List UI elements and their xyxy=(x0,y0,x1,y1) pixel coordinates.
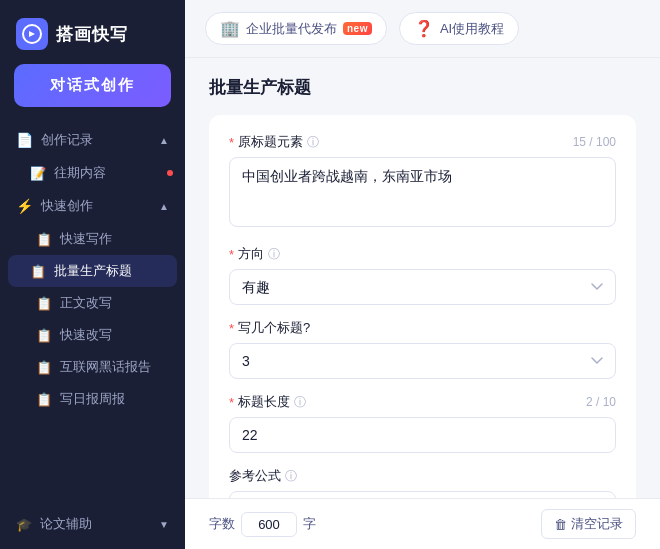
section-records-text: 创作记录 xyxy=(41,131,93,149)
batch-publish-label: 企业批量代发布 xyxy=(246,20,337,38)
source-element-textarea[interactable] xyxy=(229,157,616,227)
formula-text: 参考公式 xyxy=(229,467,281,485)
batch-publish-button[interactable]: 🏢 企业批量代发布 new xyxy=(205,12,387,45)
quick-copy-icon: 📋 xyxy=(36,328,52,343)
form-card: * 原标题元素 ⓘ 15 / 100 * 方向 ⓘ 有趣 专业 情感 xyxy=(209,115,636,498)
records-icon: 📄 xyxy=(16,132,33,148)
required-mark-2: * xyxy=(229,247,234,262)
ai-tutorial-label: AI使用教程 xyxy=(440,20,504,38)
count-label: * 写几个标题? xyxy=(229,319,616,337)
sidebar-item-paper[interactable]: 🎓 论文辅助 ▼ xyxy=(16,507,169,541)
field-title-length: * 标题长度 ⓘ 2 / 10 xyxy=(229,393,616,453)
rewrite-label: 正文改写 xyxy=(60,294,112,312)
sidebar-item-rewrite[interactable]: 📋 正文改写 xyxy=(0,287,185,319)
field-count: * 写几个标题? 3 5 10 xyxy=(229,319,616,379)
batch-title-label: 批量生产标题 xyxy=(54,262,132,280)
required-mark-1: * xyxy=(229,135,234,150)
source-element-char-count: 15 / 100 xyxy=(573,135,616,149)
page-title: 批量生产标题 xyxy=(209,76,636,99)
word-count-label: 字数 xyxy=(209,515,235,533)
daily-report-icon: 📋 xyxy=(36,392,52,407)
title-length-text: 标题长度 xyxy=(238,393,290,411)
field-source-element: * 原标题元素 ⓘ 15 / 100 xyxy=(229,133,616,231)
batch-publish-icon: 🏢 xyxy=(220,19,240,38)
daily-report-label: 写日报周报 xyxy=(60,390,125,408)
batch-title-icon: 📋 xyxy=(30,264,46,279)
field-direction: * 方向 ⓘ 有趣 专业 情感 干货 xyxy=(229,245,616,305)
source-element-help-icon[interactable]: ⓘ xyxy=(307,134,319,151)
direction-help-icon[interactable]: ⓘ xyxy=(268,246,280,263)
sidebar-section-records-header[interactable]: 📄 创作记录 ▲ xyxy=(0,123,185,157)
logo-icon xyxy=(16,18,48,50)
sidebar-section-quick: ⚡ 快速创作 ▲ 📋 快速写作 📋 批量生产标题 📋 正文改写 📋 快速改写 📋… xyxy=(0,189,185,415)
new-badge: new xyxy=(343,22,372,35)
word-count-input[interactable] xyxy=(241,512,297,537)
source-element-text: 原标题元素 xyxy=(238,133,303,151)
count-text: 写几个标题? xyxy=(238,319,310,337)
recent-label: 往期内容 xyxy=(54,164,106,182)
sidebar-bottom: 🎓 论文辅助 ▼ xyxy=(0,499,185,549)
section-records-label: 📄 创作记录 xyxy=(16,131,93,149)
main-create-button[interactable]: 对话式创作 xyxy=(14,64,171,107)
formula-select[interactable]: 细分人群+数字+结果 痛点+解决方案 数字+方法论 xyxy=(229,491,616,498)
required-mark-4: * xyxy=(229,395,234,410)
content-area: 批量生产标题 * 原标题元素 ⓘ 15 / 100 * 方向 ⓘ xyxy=(185,58,660,498)
sidebar-section-records: 📄 创作记录 ▲ 📝 往期内容 xyxy=(0,123,185,189)
sidebar: 搭画快写 对话式创作 📄 创作记录 ▲ 📝 往期内容 ⚡ 快速创作 ▲ 📋 xyxy=(0,0,185,549)
clear-button[interactable]: 🗑 清空记录 xyxy=(541,509,636,539)
sidebar-item-daily-report[interactable]: 📋 写日报周报 xyxy=(0,383,185,415)
source-element-label: * 原标题元素 ⓘ 15 / 100 xyxy=(229,133,616,151)
sidebar-item-quick-copy[interactable]: 📋 快速改写 xyxy=(0,319,185,351)
title-length-label: * 标题长度 ⓘ 2 / 10 xyxy=(229,393,616,411)
sidebar-logo: 搭画快写 xyxy=(0,0,185,64)
count-select[interactable]: 3 5 10 xyxy=(229,343,616,379)
title-length-input[interactable] xyxy=(229,417,616,453)
title-length-char-count: 2 / 10 xyxy=(586,395,616,409)
chevron-up-icon: ▲ xyxy=(159,135,169,146)
ai-tutorial-icon: ❓ xyxy=(414,19,434,38)
sidebar-item-recent[interactable]: 📝 往期内容 xyxy=(0,157,185,189)
notification-dot xyxy=(167,170,173,176)
sidebar-item-batch-title[interactable]: 📋 批量生产标题 xyxy=(8,255,177,287)
required-mark-3: * xyxy=(229,321,234,336)
word-count-area: 字数 字 xyxy=(209,512,316,537)
quick-write-label: 快速写作 xyxy=(60,230,112,248)
internet-report-icon: 📋 xyxy=(36,360,52,375)
word-count-unit: 字 xyxy=(303,515,316,533)
chevron-up-icon-2: ▲ xyxy=(159,201,169,212)
formula-help-icon[interactable]: ⓘ xyxy=(285,468,297,485)
direction-text: 方向 xyxy=(238,245,264,263)
quick-write-icon: 📋 xyxy=(36,232,52,247)
title-length-help-icon[interactable]: ⓘ xyxy=(294,394,306,411)
clear-btn-label: 清空记录 xyxy=(571,515,623,533)
section-quick-label: ⚡ 快速创作 xyxy=(16,197,93,215)
paper-icon: 🎓 xyxy=(16,517,32,532)
sidebar-item-quick-write[interactable]: 📋 快速写作 xyxy=(0,223,185,255)
main-content: 🏢 企业批量代发布 new ❓ AI使用教程 批量生产标题 * 原标题元素 ⓘ … xyxy=(185,0,660,549)
direction-label: * 方向 ⓘ xyxy=(229,245,616,263)
sidebar-section-quick-header[interactable]: ⚡ 快速创作 ▲ xyxy=(0,189,185,223)
topnav: 🏢 企业批量代发布 new ❓ AI使用教程 xyxy=(185,0,660,58)
logo-text: 搭画快写 xyxy=(56,23,128,46)
internet-report-label: 互联网黑话报告 xyxy=(60,358,151,376)
paper-label: 论文辅助 xyxy=(40,515,92,533)
direction-select[interactable]: 有趣 专业 情感 干货 xyxy=(229,269,616,305)
paper-chevron: ▼ xyxy=(159,519,169,530)
ai-tutorial-button[interactable]: ❓ AI使用教程 xyxy=(399,12,519,45)
formula-label: 参考公式 ⓘ xyxy=(229,467,616,485)
rewrite-icon: 📋 xyxy=(36,296,52,311)
bottom-bar: 字数 字 🗑 清空记录 xyxy=(185,498,660,549)
recent-icon: 📝 xyxy=(30,166,46,181)
section-quick-text: 快速创作 xyxy=(41,197,93,215)
trash-icon: 🗑 xyxy=(554,517,567,532)
quick-icon: ⚡ xyxy=(16,198,33,214)
quick-copy-label: 快速改写 xyxy=(60,326,112,344)
sidebar-item-internet-report[interactable]: 📋 互联网黑话报告 xyxy=(0,351,185,383)
field-formula: 参考公式 ⓘ 细分人群+数字+结果 痛点+解决方案 数字+方法论 xyxy=(229,467,616,498)
